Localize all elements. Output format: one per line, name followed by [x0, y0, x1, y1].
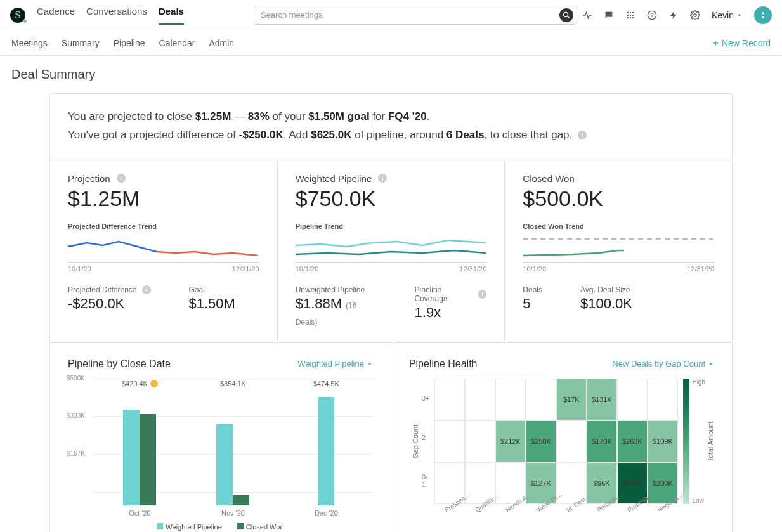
heatmap-cell[interactable]: $131K	[587, 379, 617, 420]
svg-marker-20	[710, 363, 713, 365]
heatmap-cell[interactable]: $109K	[648, 420, 678, 462]
heatmap-cell[interactable]: $212K	[495, 420, 526, 462]
subnav-pipeline[interactable]: Pipeline	[114, 38, 145, 48]
heatmap-cell[interactable]	[495, 379, 526, 420]
nav-conversations[interactable]: Conversations	[86, 6, 147, 25]
subnav-summary[interactable]: Summary	[62, 38, 100, 48]
svg-point-10	[632, 16, 634, 18]
bar-group: $474.5K	[280, 391, 373, 505]
heatmap-cell[interactable]	[434, 420, 465, 462]
avatar[interactable]	[754, 6, 772, 24]
app-logo[interactable]: S	[10, 8, 25, 23]
heatmap-cell[interactable]	[648, 379, 678, 420]
gap-count-dropdown[interactable]: New Deals by Gap Count	[612, 359, 714, 368]
primary-nav: Cadence Conversations Deals	[37, 6, 184, 25]
svg-point-4	[632, 11, 634, 13]
svg-point-5	[627, 14, 629, 15]
info-icon[interactable]: i	[478, 290, 486, 299]
sub-nav: Meetings Summary Pipeline Calendar Admin…	[0, 30, 782, 56]
topbar-actions: ? Kevin	[582, 6, 772, 24]
info-icon[interactable]: i	[378, 174, 387, 183]
svg-marker-13	[670, 11, 677, 19]
svg-point-2	[627, 11, 629, 13]
pipeline-health-chart: Pipeline Health New Deals by Gap Count G…	[391, 343, 732, 532]
svg-point-14	[694, 14, 696, 16]
apps-icon[interactable]	[625, 10, 635, 20]
bolt-icon[interactable]	[668, 10, 679, 20]
color-scale	[683, 379, 690, 504]
svg-line-1	[567, 16, 569, 18]
summary-panel: You are projected to close $1.25M — 83% …	[49, 93, 733, 532]
subnav-admin[interactable]: Admin	[209, 38, 234, 48]
svg-point-3	[630, 11, 631, 13]
closed-won-card: Closed Won $500.0K Closed Won Trend 10/1…	[505, 159, 732, 342]
svg-marker-15	[738, 14, 741, 16]
closed-value: $500.0K	[523, 186, 714, 211]
projection-value: $1.25M	[68, 186, 259, 211]
info-icon[interactable]: i	[142, 285, 151, 294]
subnav-meetings[interactable]: Meetings	[11, 38, 48, 48]
bar-group: $420.4K	[93, 391, 186, 505]
search-wrapper	[254, 6, 577, 25]
heatmap-cell[interactable]	[434, 379, 465, 420]
weighted-pipeline-dropdown[interactable]: Weighted Pipeline	[297, 359, 373, 368]
svg-marker-19	[368, 363, 371, 365]
help-icon[interactable]: ?	[647, 10, 657, 20]
summary-text: You are projected to close $1.25M — 83% …	[50, 94, 732, 159]
activity-icon[interactable]	[582, 10, 592, 20]
nav-deals[interactable]: Deals	[159, 6, 184, 25]
info-icon[interactable]: i	[117, 174, 126, 183]
projection-card: Projectioni $1.25M Projected Difference …	[50, 159, 278, 342]
heatmap-cell[interactable]: $263K	[617, 420, 648, 462]
info-icon[interactable]: i	[578, 131, 587, 139]
weighted-pipeline-card: Weighted Pipelinei $750.0K Pipeline Tren…	[278, 159, 505, 342]
svg-point-8	[627, 16, 629, 18]
svg-point-0	[563, 12, 568, 16]
heatmap-cell[interactable]: $17K	[556, 379, 587, 420]
heatmap-cell[interactable]	[617, 379, 648, 420]
search-icon[interactable]	[559, 8, 573, 22]
heatmap-cell[interactable]	[465, 420, 495, 462]
weighted-value: $750.0K	[296, 186, 487, 211]
user-menu[interactable]: Kevin	[712, 10, 743, 20]
svg-point-6	[630, 14, 631, 15]
nav-cadence[interactable]: Cadence	[37, 6, 75, 25]
heatmap-cell[interactable]	[465, 379, 495, 420]
heatmap-cell[interactable]	[556, 420, 587, 462]
warning-icon[interactable]	[150, 380, 158, 387]
svg-text:?: ?	[650, 12, 653, 18]
svg-point-7	[632, 14, 634, 15]
settings-icon[interactable]	[690, 10, 700, 20]
page-title: Deal Summary	[0, 56, 782, 93]
bar-group: $354.1K	[186, 391, 280, 505]
projection-sparkline	[68, 233, 258, 259]
subnav-calendar[interactable]: Calendar	[159, 38, 195, 48]
heatmap-cell[interactable]	[526, 379, 556, 420]
heatmap-cell[interactable]: $250K	[526, 420, 556, 462]
pipeline-by-close-date-chart: Pipeline by Close Date Weighted Pipeline…	[50, 343, 391, 532]
svg-point-9	[630, 16, 631, 18]
search-input[interactable]	[254, 6, 577, 25]
closed-sparkline	[523, 233, 713, 259]
chat-icon[interactable]	[604, 10, 614, 20]
heatmap-cell[interactable]: $170K	[587, 420, 617, 462]
weighted-sparkline	[296, 233, 486, 259]
top-bar: S Cadence Conversations Deals ? Kevin	[0, 0, 782, 30]
new-record-button[interactable]: New Record	[712, 38, 771, 48]
